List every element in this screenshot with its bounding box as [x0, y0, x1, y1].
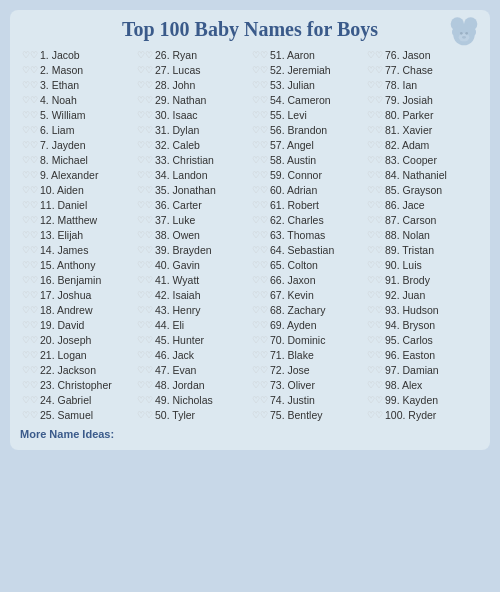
name-item: ♡♡81. Xavier [365, 122, 480, 137]
name-item: ♡♡53. Julian [250, 77, 365, 92]
heart-icons: ♡♡ [137, 395, 153, 405]
name-text: 60. Adrian [270, 184, 317, 196]
heart-icons: ♡♡ [252, 110, 268, 120]
name-text: 65. Colton [270, 259, 318, 271]
name-item: ♡♡31. Dylan [135, 122, 250, 137]
heart-icons: ♡♡ [252, 260, 268, 270]
name-text: 100. Ryder [385, 409, 436, 421]
heart-icons: ♡♡ [367, 275, 383, 285]
name-item: ♡♡83. Cooper [365, 152, 480, 167]
name-item: ♡♡13. Elijah [20, 227, 135, 242]
name-item: ♡♡17. Joshua [20, 287, 135, 302]
heart-icons: ♡♡ [367, 305, 383, 315]
heart-icons: ♡♡ [367, 260, 383, 270]
heart-icons: ♡♡ [252, 395, 268, 405]
heart-icons: ♡♡ [367, 155, 383, 165]
heart-icons: ♡♡ [252, 245, 268, 255]
heart-icons: ♡♡ [137, 215, 153, 225]
name-text: 56. Brandon [270, 124, 327, 136]
name-item: ♡♡42. Isaiah [135, 287, 250, 302]
name-text: 71. Blake [270, 349, 314, 361]
name-item: ♡♡90. Luis [365, 257, 480, 272]
name-text: 3. Ethan [40, 79, 79, 91]
heart-icons: ♡♡ [22, 80, 38, 90]
name-item: ♡♡34. Landon [135, 167, 250, 182]
name-text: 17. Joshua [40, 289, 91, 301]
name-text: 4. Noah [40, 94, 77, 106]
heart-icons: ♡♡ [367, 380, 383, 390]
heart-icons: ♡♡ [137, 305, 153, 315]
name-text: 10. Aiden [40, 184, 84, 196]
heart-icons: ♡♡ [367, 140, 383, 150]
name-text: 93. Hudson [385, 304, 439, 316]
heart-icons: ♡♡ [137, 410, 153, 420]
heart-icons: ♡♡ [137, 335, 153, 345]
name-item: ♡♡38. Owen [135, 227, 250, 242]
name-text: 49. Nicholas [155, 394, 213, 406]
heart-icons: ♡♡ [137, 185, 153, 195]
heart-icons: ♡♡ [22, 110, 38, 120]
heart-icons: ♡♡ [252, 350, 268, 360]
name-text: 79. Josiah [385, 94, 433, 106]
heart-icons: ♡♡ [137, 290, 153, 300]
name-text: 99. Kayden [385, 394, 438, 406]
name-item: ♡♡89. Tristan [365, 242, 480, 257]
name-item: ♡♡98. Alex [365, 377, 480, 392]
name-item: ♡♡14. James [20, 242, 135, 257]
name-item: ♡♡3. Ethan [20, 77, 135, 92]
name-item: ♡♡6. Liam [20, 122, 135, 137]
name-item: ♡♡15. Anthony [20, 257, 135, 272]
name-item: ♡♡54. Cameron [250, 92, 365, 107]
name-item: ♡♡60. Adrian [250, 182, 365, 197]
name-item: ♡♡52. Jeremiah [250, 62, 365, 77]
name-item: ♡♡95. Carlos [365, 332, 480, 347]
name-item: ♡♡10. Aiden [20, 182, 135, 197]
name-text: 61. Robert [270, 199, 319, 211]
name-text: 76. Jason [385, 49, 431, 61]
name-text: 12. Matthew [40, 214, 97, 226]
name-item: ♡♡37. Luke [135, 212, 250, 227]
heart-icons: ♡♡ [252, 125, 268, 135]
heart-icons: ♡♡ [367, 230, 383, 240]
svg-point-7 [465, 32, 468, 35]
name-text: 29. Nathan [155, 94, 206, 106]
name-text: 20. Joseph [40, 334, 91, 346]
name-item: ♡♡73. Oliver [250, 377, 365, 392]
name-item: ♡♡88. Nolan [365, 227, 480, 242]
name-text: 7. Jayden [40, 139, 86, 151]
name-item: ♡♡2. Mason [20, 62, 135, 77]
name-item: ♡♡43. Henry [135, 302, 250, 317]
heart-icons: ♡♡ [137, 125, 153, 135]
name-text: 8. Michael [40, 154, 88, 166]
heart-icons: ♡♡ [367, 335, 383, 345]
name-text: 51. Aaron [270, 49, 315, 61]
name-item: ♡♡27. Lucas [135, 62, 250, 77]
name-item: ♡♡25. Samuel [20, 407, 135, 422]
name-item: ♡♡68. Zachary [250, 302, 365, 317]
heart-icons: ♡♡ [22, 215, 38, 225]
name-text: 21. Logan [40, 349, 87, 361]
name-text: 50. Tyler [155, 409, 195, 421]
name-text: 89. Tristan [385, 244, 434, 256]
heart-icons: ♡♡ [22, 185, 38, 195]
name-text: 67. Kevin [270, 289, 314, 301]
name-item: ♡♡64. Sebastian [250, 242, 365, 257]
heart-icons: ♡♡ [367, 170, 383, 180]
name-item: ♡♡1. Jacob [20, 47, 135, 62]
name-item: ♡♡33. Christian [135, 152, 250, 167]
name-text: 54. Cameron [270, 94, 331, 106]
name-text: 39. Brayden [155, 244, 212, 256]
name-text: 46. Jack [155, 349, 194, 361]
name-item: ♡♡32. Caleb [135, 137, 250, 152]
heart-icons: ♡♡ [252, 320, 268, 330]
name-text: 85. Grayson [385, 184, 442, 196]
name-item: ♡♡72. Jose [250, 362, 365, 377]
heart-icons: ♡♡ [367, 80, 383, 90]
name-item: ♡♡36. Carter [135, 197, 250, 212]
name-item: ♡♡24. Gabriel [20, 392, 135, 407]
heart-icons: ♡♡ [137, 200, 153, 210]
heart-icons: ♡♡ [137, 230, 153, 240]
name-item: ♡♡26. Ryan [135, 47, 250, 62]
heart-icons: ♡♡ [252, 185, 268, 195]
name-item: ♡♡70. Dominic [250, 332, 365, 347]
